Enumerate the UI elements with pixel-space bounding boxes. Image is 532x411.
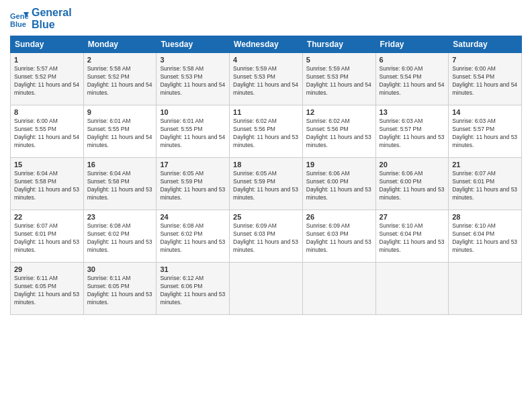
day-info: Sunrise: 5:57 AMSunset: 5:52 PMDaylight:… xyxy=(14,65,80,97)
calendar-cell: 3Sunrise: 5:58 AMSunset: 5:53 PMDaylight… xyxy=(157,53,230,105)
day-info: Sunrise: 6:06 AMSunset: 6:00 PMDaylight:… xyxy=(380,170,445,202)
day-number: 6 xyxy=(380,56,445,64)
calendar-cell: 7Sunrise: 6:00 AMSunset: 5:54 PMDaylight… xyxy=(449,53,522,105)
day-info: Sunrise: 6:02 AMSunset: 5:56 PMDaylight:… xyxy=(233,118,299,150)
svg-text:Blue: Blue xyxy=(10,20,26,28)
day-info: Sunrise: 6:00 AMSunset: 5:55 PMDaylight:… xyxy=(14,118,80,150)
day-number: 20 xyxy=(380,161,445,169)
calendar-week-3: 15Sunrise: 6:04 AMSunset: 5:58 PMDayligh… xyxy=(11,158,522,210)
day-info: Sunrise: 6:02 AMSunset: 5:56 PMDaylight:… xyxy=(306,118,372,150)
calendar-cell: 30Sunrise: 6:11 AMSunset: 6:05 PMDayligh… xyxy=(83,263,157,315)
day-info: Sunrise: 6:10 AMSunset: 6:04 PMDaylight:… xyxy=(380,222,445,255)
day-number: 25 xyxy=(233,213,299,221)
day-info: Sunrise: 5:59 AMSunset: 5:53 PMDaylight:… xyxy=(233,65,299,97)
weekday-header-tuesday: Tuesday xyxy=(157,36,230,53)
calendar-cell: 17Sunrise: 6:05 AMSunset: 5:59 PMDayligh… xyxy=(157,158,230,210)
day-number: 21 xyxy=(452,161,518,169)
calendar-cell xyxy=(302,263,375,315)
day-number: 18 xyxy=(233,161,299,169)
calendar-cell: 31Sunrise: 6:12 AMSunset: 6:06 PMDayligh… xyxy=(157,263,230,315)
calendar-table: SundayMondayTuesdayWednesdayThursdayFrid… xyxy=(10,36,522,315)
calendar-cell: 4Sunrise: 5:59 AMSunset: 5:53 PMDaylight… xyxy=(230,53,303,105)
day-number: 19 xyxy=(306,161,372,169)
day-number: 10 xyxy=(160,108,226,116)
weekday-header-thursday: Thursday xyxy=(302,36,375,53)
calendar-cell xyxy=(449,263,522,315)
calendar-cell: 22Sunrise: 6:07 AMSunset: 6:01 PMDayligh… xyxy=(11,210,84,263)
day-info: Sunrise: 6:11 AMSunset: 6:05 PMDaylight:… xyxy=(14,275,80,307)
weekday-header-monday: Monday xyxy=(83,36,157,53)
calendar-cell: 2Sunrise: 5:58 AMSunset: 5:52 PMDaylight… xyxy=(83,53,157,105)
calendar-cell xyxy=(230,263,303,315)
day-info: Sunrise: 6:09 AMSunset: 6:03 PMDaylight:… xyxy=(306,222,372,255)
logo-general: General xyxy=(32,7,72,19)
logo-icon: General Blue xyxy=(10,9,29,28)
calendar-cell: 11Sunrise: 6:02 AMSunset: 5:56 PMDayligh… xyxy=(230,105,303,158)
calendar-cell: 26Sunrise: 6:09 AMSunset: 6:03 PMDayligh… xyxy=(302,210,375,263)
calendar-cell: 25Sunrise: 6:09 AMSunset: 6:03 PMDayligh… xyxy=(230,210,303,263)
day-info: Sunrise: 6:05 AMSunset: 5:59 PMDaylight:… xyxy=(233,170,299,202)
day-info: Sunrise: 6:01 AMSunset: 5:55 PMDaylight:… xyxy=(87,118,153,150)
calendar-cell: 10Sunrise: 6:01 AMSunset: 5:55 PMDayligh… xyxy=(157,105,230,158)
day-info: Sunrise: 6:06 AMSunset: 6:00 PMDaylight:… xyxy=(306,170,372,202)
day-info: Sunrise: 6:00 AMSunset: 5:54 PMDaylight:… xyxy=(452,65,518,97)
day-info: Sunrise: 6:12 AMSunset: 6:06 PMDaylight:… xyxy=(160,275,226,307)
calendar-cell: 14Sunrise: 6:03 AMSunset: 5:57 PMDayligh… xyxy=(449,105,522,158)
header: General Blue General Blue xyxy=(10,7,522,30)
day-number: 24 xyxy=(160,213,226,221)
day-number: 26 xyxy=(306,213,372,221)
day-info: Sunrise: 5:58 AMSunset: 5:52 PMDaylight:… xyxy=(87,65,153,97)
calendar-cell xyxy=(375,263,449,315)
calendar-cell: 23Sunrise: 6:08 AMSunset: 6:02 PMDayligh… xyxy=(83,210,157,263)
calendar-cell: 18Sunrise: 6:05 AMSunset: 5:59 PMDayligh… xyxy=(230,158,303,210)
day-number: 11 xyxy=(233,108,299,116)
day-info: Sunrise: 5:58 AMSunset: 5:53 PMDaylight:… xyxy=(160,65,226,97)
day-info: Sunrise: 6:07 AMSunset: 6:01 PMDaylight:… xyxy=(14,222,80,255)
day-info: Sunrise: 6:04 AMSunset: 5:58 PMDaylight:… xyxy=(14,170,80,202)
weekday-header-friday: Friday xyxy=(375,36,449,53)
day-number: 9 xyxy=(87,108,153,116)
day-info: Sunrise: 6:04 AMSunset: 5:58 PMDaylight:… xyxy=(87,170,153,202)
day-number: 3 xyxy=(160,56,226,64)
day-info: Sunrise: 6:03 AMSunset: 5:57 PMDaylight:… xyxy=(380,118,445,150)
day-info: Sunrise: 6:11 AMSunset: 6:05 PMDaylight:… xyxy=(87,275,153,307)
day-number: 12 xyxy=(306,108,372,116)
calendar-cell: 28Sunrise: 6:10 AMSunset: 6:04 PMDayligh… xyxy=(449,210,522,263)
day-number: 14 xyxy=(452,108,518,116)
day-number: 16 xyxy=(87,161,153,169)
weekday-header-row: SundayMondayTuesdayWednesdayThursdayFrid… xyxy=(11,36,522,53)
day-info: Sunrise: 5:59 AMSunset: 5:53 PMDaylight:… xyxy=(306,65,372,97)
day-number: 1 xyxy=(14,56,80,64)
calendar-cell: 29Sunrise: 6:11 AMSunset: 6:05 PMDayligh… xyxy=(11,263,84,315)
calendar-cell: 19Sunrise: 6:06 AMSunset: 6:00 PMDayligh… xyxy=(302,158,375,210)
day-number: 27 xyxy=(380,213,445,221)
calendar-week-2: 8Sunrise: 6:00 AMSunset: 5:55 PMDaylight… xyxy=(11,105,522,158)
day-number: 2 xyxy=(87,56,153,64)
calendar-cell: 9Sunrise: 6:01 AMSunset: 5:55 PMDaylight… xyxy=(83,105,157,158)
calendar-cell: 24Sunrise: 6:08 AMSunset: 6:02 PMDayligh… xyxy=(157,210,230,263)
calendar-cell: 5Sunrise: 5:59 AMSunset: 5:53 PMDaylight… xyxy=(302,53,375,105)
day-info: Sunrise: 6:08 AMSunset: 6:02 PMDaylight:… xyxy=(160,222,226,255)
day-number: 23 xyxy=(87,213,153,221)
day-info: Sunrise: 6:07 AMSunset: 6:01 PMDaylight:… xyxy=(452,170,518,202)
day-info: Sunrise: 6:05 AMSunset: 5:59 PMDaylight:… xyxy=(160,170,226,202)
day-number: 17 xyxy=(160,161,226,169)
day-number: 15 xyxy=(14,161,80,169)
calendar-cell: 15Sunrise: 6:04 AMSunset: 5:58 PMDayligh… xyxy=(11,158,84,210)
day-number: 28 xyxy=(452,213,518,221)
day-number: 7 xyxy=(452,56,518,64)
calendar-week-1: 1Sunrise: 5:57 AMSunset: 5:52 PMDaylight… xyxy=(11,53,522,105)
day-info: Sunrise: 6:08 AMSunset: 6:02 PMDaylight:… xyxy=(87,222,153,255)
day-number: 4 xyxy=(233,56,299,64)
calendar-cell: 27Sunrise: 6:10 AMSunset: 6:04 PMDayligh… xyxy=(375,210,449,263)
logo-blue: Blue xyxy=(32,19,72,31)
calendar-week-5: 29Sunrise: 6:11 AMSunset: 6:05 PMDayligh… xyxy=(11,263,522,315)
calendar-cell: 1Sunrise: 5:57 AMSunset: 5:52 PMDaylight… xyxy=(11,53,84,105)
day-info: Sunrise: 6:03 AMSunset: 5:57 PMDaylight:… xyxy=(452,118,518,150)
calendar-cell: 8Sunrise: 6:00 AMSunset: 5:55 PMDaylight… xyxy=(11,105,84,158)
day-number: 5 xyxy=(306,56,372,64)
weekday-header-saturday: Saturday xyxy=(449,36,522,53)
page: General Blue General Blue SundayMondayTu… xyxy=(0,0,532,411)
day-number: 13 xyxy=(380,108,445,116)
day-number: 31 xyxy=(160,265,226,273)
